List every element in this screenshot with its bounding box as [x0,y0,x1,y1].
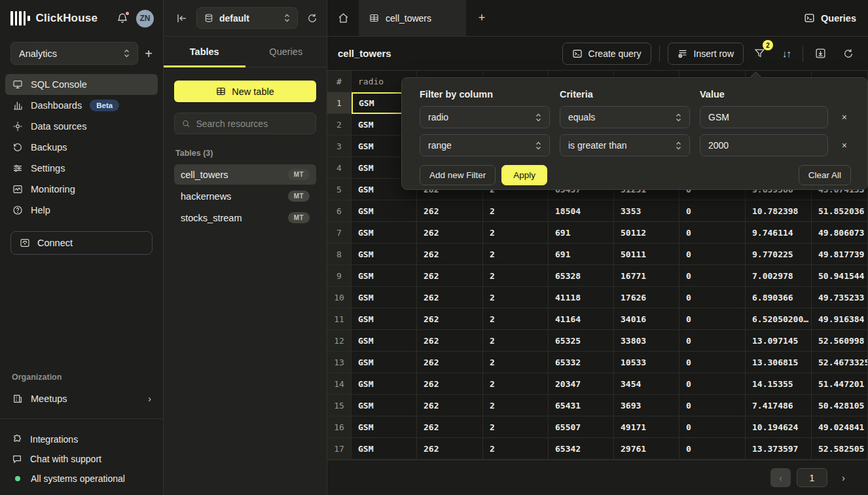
table-cell[interactable]: 3693 [614,395,679,416]
filter-button[interactable]: 2 [750,44,769,63]
table-cell[interactable]: 0 [679,222,746,244]
table-cell[interactable]: 2 [483,373,549,395]
new-table-button[interactable]: New table [174,81,316,102]
table-cell[interactable]: 10.782398 [746,200,812,222]
table-cell[interactable]: 49.916384 [812,308,868,330]
table-cell[interactable]: 20347 [549,373,614,395]
table-cell[interactable]: 33803 [614,330,679,352]
table-cell[interactable]: GSM [352,330,417,352]
table-cell[interactable]: 14.15355 [746,373,812,395]
table-cell[interactable]: 2 [483,287,549,308]
table-cell[interactable]: 50.941544 [812,265,868,287]
filter-criteria-select-1[interactable]: equals [560,106,690,128]
queries-button[interactable]: Queries [792,0,868,36]
sidebar-item-sql-console[interactable]: SQL Console [5,74,158,95]
table-cell[interactable]: 262 [417,222,483,244]
sort-button[interactable]: ↓↑ [778,44,795,63]
table-cell[interactable]: 262 [417,308,483,330]
table-list-item-cell-towers[interactable]: cell_towers MT [174,164,316,185]
table-cell[interactable]: 2 [483,330,549,352]
table-cell[interactable]: 13.097145 [746,330,812,352]
table-cell[interactable]: 3454 [614,373,679,395]
clear-all-button[interactable]: Clear All [799,165,851,185]
table-cell[interactable]: 0 [679,395,746,416]
table-cell[interactable]: 0 [679,265,746,287]
next-page-button[interactable]: › [833,468,854,487]
table-cell[interactable]: 50111 [614,244,679,265]
table-cell[interactable]: 16771 [614,265,679,287]
table-cell[interactable]: GSM [352,438,417,460]
table-cell[interactable]: 262 [417,416,483,438]
table-cell[interactable]: 0 [679,438,746,460]
table-cell[interactable]: 65332 [549,352,614,373]
table-cell[interactable]: 0 [679,352,746,373]
new-tab-button[interactable]: + [466,0,497,36]
table-cell[interactable]: GSM [352,287,417,308]
table-cell[interactable]: 262 [417,352,483,373]
table-cell[interactable]: 0 [679,330,746,352]
sidebar-item-monitoring[interactable]: Monitoring [5,179,158,200]
table-cell[interactable]: 2 [483,416,549,438]
table-cell[interactable]: 0 [679,200,746,222]
table-cell[interactable]: GSM [352,373,417,395]
table-cell[interactable]: 17626 [614,287,679,308]
table-cell[interactable]: 10.194624 [746,416,812,438]
table-cell[interactable]: 2 [483,200,549,222]
sidebar-item-backups[interactable]: Backups [5,137,158,158]
table-cell[interactable]: 49171 [614,416,679,438]
table-cell[interactable]: 49.735233 [812,287,868,308]
table-cell[interactable]: 65507 [549,416,614,438]
table-cell[interactable]: 41118 [549,287,614,308]
add-new-filter-button[interactable]: Add new Filter [420,165,496,185]
table-cell[interactable]: 50112 [614,222,679,244]
filter-value-input-1[interactable] [700,106,828,128]
create-query-button[interactable]: Create query [562,43,651,65]
table-cell[interactable]: 49.817739 [812,244,868,265]
insert-row-button[interactable]: Insert row [668,43,744,65]
table-cell[interactable]: 2 [483,265,549,287]
search-input[interactable] [196,119,308,129]
sidebar-item-help[interactable]: Help [5,200,158,221]
table-cell[interactable]: 18504 [549,200,614,222]
table-cell[interactable]: GSM [352,395,417,416]
avatar[interactable]: ZN [136,10,154,28]
table-cell[interactable]: 65431 [549,395,614,416]
table-cell[interactable]: 6.52050200… [746,308,812,330]
table-cell[interactable]: GSM [352,200,417,222]
table-cell[interactable]: 3353 [614,200,679,222]
table-cell[interactable]: 65342 [549,438,614,460]
table-cell[interactable]: 52.560998 [812,330,868,352]
table-cell[interactable]: 41164 [549,308,614,330]
table-cell[interactable]: 9.770225 [746,244,812,265]
table-cell[interactable]: 2 [483,395,549,416]
table-cell[interactable]: 262 [417,395,483,416]
table-cell[interactable]: 0 [679,287,746,308]
column-header-num[interactable]: # [327,71,352,92]
table-cell[interactable]: 0 [679,416,746,438]
refresh-tables-icon[interactable] [307,13,317,24]
tab-tables[interactable]: Tables [164,37,245,67]
table-cell[interactable]: 49.806073 [812,222,868,244]
sidebar-item-data-sources[interactable]: Data sources [5,116,158,137]
table-cell[interactable]: 52.582505 [812,438,868,460]
collapse-panel-icon[interactable] [177,14,187,23]
refresh-table-button[interactable] [839,45,858,63]
sidebar-item-integrations[interactable]: Integrations [0,430,163,449]
table-cell[interactable]: 51.852036 [812,200,868,222]
table-cell[interactable]: 10533 [614,352,679,373]
table-cell[interactable]: 0 [679,308,746,330]
filter-criteria-select-2[interactable]: is greater than [560,134,690,156]
table-cell[interactable]: 0 [679,244,746,265]
table-cell[interactable]: 2 [483,308,549,330]
table-cell[interactable]: 691 [549,222,614,244]
table-list-item-stocks-stream[interactable]: stocks_stream MT [174,208,316,228]
table-list-item-hackernews[interactable]: hackernews MT [174,186,316,206]
table-cell[interactable]: 65328 [549,265,614,287]
apply-button[interactable]: Apply [501,165,547,185]
tab-queries[interactable]: Queries [245,37,327,67]
table-cell[interactable]: 50.428105 [812,395,868,416]
table-cell[interactable]: 13.306815 [746,352,812,373]
prev-page-button[interactable]: ‹ [770,468,791,487]
table-cell[interactable]: 9.746114 [746,222,812,244]
add-workspace-button[interactable]: + [145,47,153,60]
